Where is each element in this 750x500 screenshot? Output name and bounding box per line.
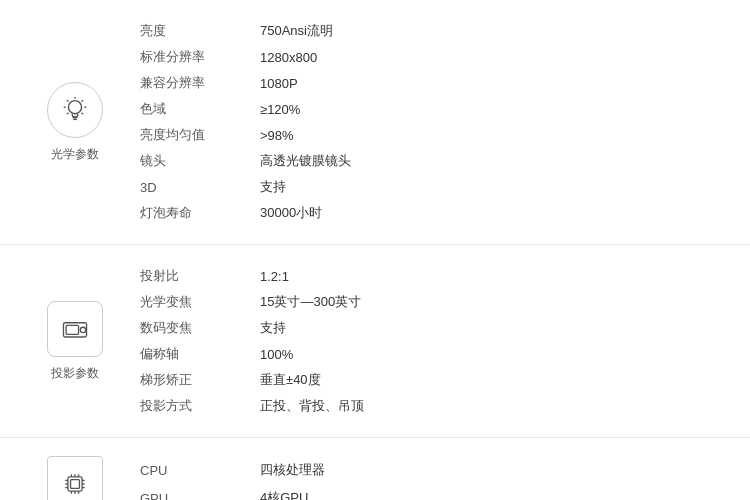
section-hardware: 硬件参数 CPU 四核处理器 GPU 4核GPU RAM 1GB <box>0 438 750 500</box>
spec-row-4: 亮度均匀值 >98% <box>140 122 730 148</box>
spec-value-4: 垂直±40度 <box>260 367 730 393</box>
spec-value-3: ≥120% <box>260 96 730 122</box>
spec-row-5: 镜头 高透光镀膜镜头 <box>140 148 730 174</box>
spec-label-7: 灯泡寿命 <box>140 200 260 226</box>
section-label-optical: 光学参数 <box>51 146 99 163</box>
icon-area-projection: 投影参数 <box>20 263 130 419</box>
spec-value-1: 1280x800 <box>260 44 730 70</box>
spec-table-hardware: CPU 四核处理器 GPU 4核GPU RAM 1GB DDR3 <box>130 456 730 500</box>
spec-value-5: 高透光镀膜镜头 <box>260 148 730 174</box>
chip-icon <box>47 456 103 500</box>
spec-table-optical: 亮度 750Ansi流明 标准分辨率 1280x800 兼容分辨率 1080P <box>130 18 730 226</box>
spec-label-4: 亮度均匀值 <box>140 122 260 148</box>
spec-label-4: 梯形矫正 <box>140 367 260 393</box>
spec-label-6: 3D <box>140 174 260 200</box>
spec-row-4: 梯形矫正 垂直±40度 <box>140 367 730 393</box>
spec-value-4: >98% <box>260 122 730 148</box>
spec-value-5: 正投、背投、吊顶 <box>260 393 730 419</box>
spec-row-0: 亮度 750Ansi流明 <box>140 18 730 44</box>
spec-row-1: 光学变焦 15英寸—300英寸 <box>140 289 730 315</box>
spec-value-1: 4核GPU <box>260 484 730 500</box>
spec-label-3: 色域 <box>140 96 260 122</box>
spec-row-2: 兼容分辨率 1080P <box>140 70 730 96</box>
svg-rect-15 <box>71 480 80 489</box>
spec-label-1: 光学变焦 <box>140 289 260 315</box>
section-label-projection: 投影参数 <box>51 365 99 382</box>
svg-line-6 <box>82 112 83 113</box>
svg-line-5 <box>67 100 68 101</box>
spec-row-0: 投射比 1.2:1 <box>140 263 730 289</box>
spec-label-0: 亮度 <box>140 18 260 44</box>
spec-row-3: 色域 ≥120% <box>140 96 730 122</box>
spec-row-3: 偏称轴 100% <box>140 341 730 367</box>
svg-rect-12 <box>66 325 78 334</box>
svg-line-7 <box>82 100 83 101</box>
spec-label-1: GPU <box>140 484 260 500</box>
spec-label-5: 镜头 <box>140 148 260 174</box>
spec-row-1: GPU 4核GPU <box>140 484 730 500</box>
spec-label-5: 投影方式 <box>140 393 260 419</box>
spec-row-7: 灯泡寿命 30000小时 <box>140 200 730 226</box>
spec-value-3: 100% <box>260 341 730 367</box>
spec-row-2: 数码变焦 支持 <box>140 315 730 341</box>
spec-row-1: 标准分辨率 1280x800 <box>140 44 730 70</box>
spec-label-3: 偏称轴 <box>140 341 260 367</box>
spec-value-7: 30000小时 <box>260 200 730 226</box>
spec-row-5: 投影方式 正投、背投、吊顶 <box>140 393 730 419</box>
section-optical: 光学参数 亮度 750Ansi流明 标准分辨率 1280x800 兼容分辨率 <box>0 0 750 245</box>
spec-label-0: CPU <box>140 456 260 484</box>
spec-label-1: 标准分辨率 <box>140 44 260 70</box>
projector-icon <box>47 301 103 357</box>
spec-row-6: 3D 支持 <box>140 174 730 200</box>
spec-value-2: 支持 <box>260 315 730 341</box>
spec-value-1: 15英寸—300英寸 <box>260 289 730 315</box>
spec-table-projection: 投射比 1.2:1 光学变焦 15英寸—300英寸 数码变焦 支持 偏 <box>130 263 730 419</box>
spec-value-0: 1.2:1 <box>260 263 730 289</box>
spec-label-2: 兼容分辨率 <box>140 70 260 96</box>
icon-area-hardware: 硬件参数 <box>20 456 130 500</box>
spec-value-0: 四核处理器 <box>260 456 730 484</box>
svg-point-13 <box>80 327 85 332</box>
spec-label-2: 数码变焦 <box>140 315 260 341</box>
svg-line-8 <box>67 112 68 113</box>
spec-value-2: 1080P <box>260 70 730 96</box>
bulb-icon <box>47 82 103 138</box>
spec-row-0: CPU 四核处理器 <box>140 456 730 484</box>
spec-value-6: 支持 <box>260 174 730 200</box>
svg-point-0 <box>68 100 81 113</box>
spec-value-0: 750Ansi流明 <box>260 18 730 44</box>
spec-label-0: 投射比 <box>140 263 260 289</box>
section-projection: 投影参数 投射比 1.2:1 光学变焦 15英寸—300英寸 数码变焦 <box>0 245 750 438</box>
icon-area-optical: 光学参数 <box>20 18 130 226</box>
